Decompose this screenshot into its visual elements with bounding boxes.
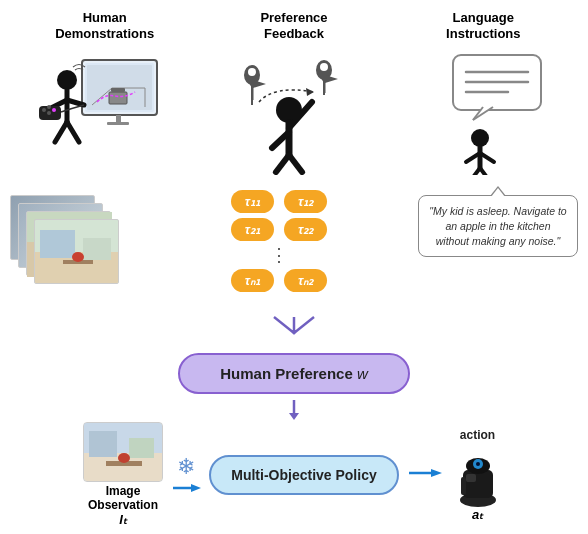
svg-point-20: [52, 108, 56, 112]
action-label: action: [460, 428, 495, 442]
top-row: Human Demonstrations: [0, 0, 588, 177]
action-var: aₜ: [472, 507, 483, 522]
title-language-instructions: Language Instructions: [446, 10, 520, 41]
preference-feedback-figure: [224, 47, 364, 177]
tau-11: τ₁₁: [231, 190, 274, 213]
middle-row: τ₁₁ τ₁₂ τ₂₁ τ₂₂ ⋮ τₙ₁ τₙ₂ "My kid is asl…: [0, 182, 588, 305]
svg-point-47: [471, 129, 489, 147]
tau-21: τ₂₁: [231, 218, 274, 241]
svg-point-19: [47, 111, 51, 115]
robot-figure: [450, 442, 505, 507]
policy-box: Multi-Objective Policy: [209, 455, 399, 495]
preference-label: Human Preference: [220, 365, 353, 382]
svg-rect-7: [111, 88, 125, 92]
svg-point-10: [57, 70, 77, 90]
observation-image-svg: [84, 423, 163, 482]
human-demo-svg: [37, 50, 172, 175]
svg-line-39: [289, 155, 302, 172]
svg-rect-9: [107, 122, 129, 125]
tau-row-2: τ₂₁ τ₂₂: [231, 218, 328, 241]
arrow-to-preference: [0, 315, 588, 335]
svg-rect-8: [116, 115, 121, 123]
action-section: action: [450, 428, 505, 522]
quote-box: "My kid is asleep. Navigate to an apple …: [418, 195, 578, 257]
title-preference-feedback: Preference Feedback: [260, 10, 327, 41]
arrow-right-small-svg: [171, 480, 201, 496]
section-human-demos: Human Demonstrations: [15, 10, 195, 177]
svg-marker-70: [289, 413, 299, 420]
svg-line-52: [480, 168, 489, 175]
svg-point-29: [320, 63, 328, 71]
svg-point-64: [72, 252, 84, 262]
language-instructions-figure: [413, 47, 553, 177]
robot-svg: [453, 442, 503, 507]
arrow-down-svg: [264, 315, 324, 335]
svg-marker-78: [191, 484, 201, 492]
tau-12: τ₁₂: [284, 190, 327, 213]
section-language-instructions: Language Instructions: [393, 10, 573, 177]
svg-rect-83: [466, 474, 476, 482]
tau-grid: τ₁₁ τ₁₂ τ₂₁ τ₂₂ ⋮ τₙ₁ τₙ₂: [194, 190, 364, 292]
stack-img-front: [34, 219, 119, 284]
svg-point-17: [42, 108, 46, 112]
arrow-to-action: [407, 465, 442, 485]
tau-row-1: τ₁₁ τ₁₂: [231, 190, 328, 213]
svg-marker-32: [325, 75, 338, 83]
svg-point-23: [248, 68, 256, 76]
tau-22: τ₂₂: [284, 218, 327, 241]
stacked-images: [10, 195, 140, 305]
svg-line-38: [276, 155, 289, 172]
preference-feedback-svg: [224, 50, 364, 175]
tau-n2: τₙ₂: [284, 269, 327, 292]
svg-line-15: [67, 122, 79, 142]
obs-sublabel-text: Iₜ: [119, 512, 127, 527]
tau-dots: ⋮: [270, 246, 288, 264]
svg-rect-74: [129, 438, 154, 458]
svg-point-87: [476, 462, 480, 466]
stack-front-svg: [35, 220, 119, 284]
svg-point-76: [118, 453, 130, 463]
human-demo-figure: [35, 47, 175, 177]
svg-rect-84: [461, 477, 466, 495]
obs-label-text: Image Observation: [88, 484, 158, 512]
svg-marker-33: [306, 88, 314, 96]
tau-row-n: τₙ₁ τₙ₂: [231, 269, 328, 292]
arrow-to-policy: [0, 398, 588, 420]
freeze-icon: ❄: [177, 454, 195, 480]
arrow-with-freeze: ❄: [171, 454, 201, 496]
policy-label: Multi-Objective Policy: [231, 467, 376, 483]
language-instructions-svg: [418, 50, 548, 175]
svg-marker-26: [253, 80, 266, 88]
preference-box: Human Preference w: [178, 353, 410, 394]
svg-line-14: [55, 122, 67, 142]
observation-image: [83, 422, 163, 482]
preference-var: w: [357, 365, 368, 382]
arrow-down-to-policy-svg: [284, 398, 304, 420]
svg-rect-73: [89, 431, 117, 457]
svg-rect-6: [109, 92, 127, 104]
svg-marker-80: [431, 469, 442, 477]
svg-rect-62: [83, 238, 111, 260]
svg-rect-61: [40, 230, 75, 258]
diagram-container: Human Demonstrations: [0, 0, 588, 534]
svg-marker-68: [290, 330, 298, 335]
arrow-to-action-svg: [407, 465, 442, 481]
tau-n1: τₙ₁: [231, 269, 274, 292]
svg-point-18: [47, 105, 51, 109]
bottom-row: Image Observation Iₜ ❄ Multi-Objective P…: [0, 422, 588, 527]
preference-row: Human Preference w: [0, 353, 588, 394]
section-preference-feedback: Preference Feedback: [204, 10, 384, 177]
quote-text: "My kid is asleep. Navigate to an apple …: [429, 205, 566, 246]
title-human-demos: Human Demonstrations: [55, 10, 154, 41]
image-observation-box: Image Observation Iₜ: [83, 422, 163, 527]
